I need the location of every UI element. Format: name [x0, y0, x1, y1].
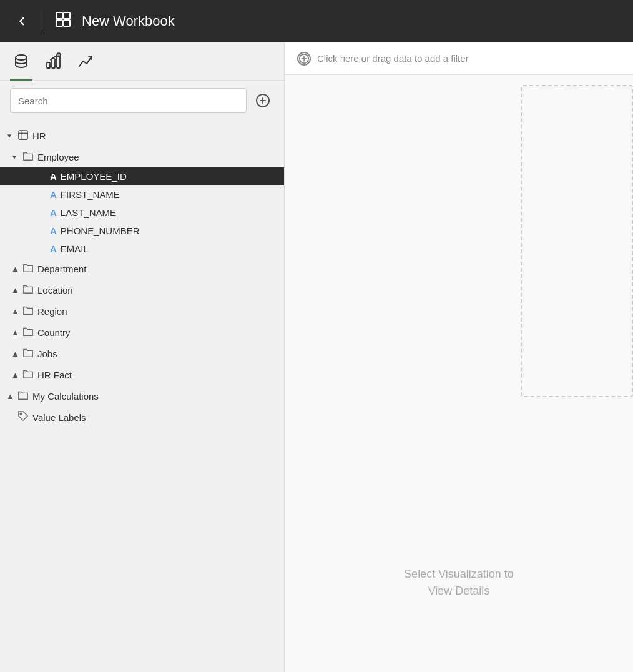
tree-node-value-labels[interactable]: Value Labels	[0, 407, 284, 428]
hr-label: HR	[32, 131, 279, 141]
field-type-icon-last-name: A	[50, 207, 57, 218]
svg-rect-1	[64, 12, 70, 19]
svg-line-9	[50, 56, 57, 60]
toolbar	[0, 42, 284, 81]
top-bar-divider	[44, 10, 44, 32]
chevron-country: ▶	[11, 328, 18, 337]
folder-icon-region	[22, 304, 34, 318]
back-button[interactable]	[10, 12, 34, 31]
right-panel: Click here or drag data to add a filter …	[285, 42, 633, 672]
email-label: EMAIL	[61, 244, 279, 254]
workbook-title: New Workbook	[82, 13, 175, 29]
chevron-my-calculations: ▶	[6, 392, 13, 400]
svg-rect-2	[56, 20, 62, 26]
folder-icon-department	[22, 262, 34, 275]
add-button[interactable]	[252, 89, 274, 112]
field-type-icon-phone-number: A	[50, 225, 57, 236]
svg-point-16	[20, 413, 22, 415]
value-labels-label: Value Labels	[32, 412, 279, 423]
top-bar: New Workbook	[0, 0, 633, 42]
tree-node-last-name[interactable]: A LAST_NAME	[0, 204, 284, 222]
chevron-location: ▶	[11, 285, 18, 294]
tab-trend-button[interactable]	[75, 50, 97, 72]
svg-point-8	[57, 53, 61, 57]
last-name-label: LAST_NAME	[61, 207, 279, 218]
filter-text: Click here or drag data to add a filter	[317, 53, 469, 64]
folder-icon-jobs	[22, 347, 34, 360]
svg-rect-6	[52, 59, 55, 68]
filter-add-icon	[297, 52, 311, 66]
schema-icon	[17, 129, 29, 142]
tree-node-hr-fact[interactable]: ▶ HR Fact	[0, 364, 284, 385]
folder-icon-my-calculations	[17, 389, 29, 403]
filter-bar[interactable]: Click here or drag data to add a filter	[285, 42, 633, 75]
chevron-region: ▶	[11, 307, 18, 315]
chevron-hr: ▼	[5, 132, 14, 139]
dashed-box	[521, 85, 633, 397]
data-tree: ▼ HR ▼ Employee	[0, 121, 284, 672]
left-panel: ▼ HR ▼ Employee	[0, 42, 285, 672]
region-label: Region	[37, 306, 279, 317]
chevron-employee: ▼	[10, 154, 19, 161]
field-type-icon-employee-id: A	[50, 171, 57, 182]
folder-icon-employee	[22, 150, 34, 164]
tree-node-employee-id[interactable]: A EMPLOYEE_ID	[0, 167, 284, 185]
department-label: Department	[37, 264, 279, 274]
svg-rect-5	[47, 62, 50, 68]
folder-icon-country	[22, 325, 34, 339]
workbook-icon	[54, 11, 72, 32]
tree-node-my-calculations[interactable]: ▶ My Calculations	[0, 385, 284, 407]
tag-icon-value-labels	[17, 410, 29, 424]
field-type-icon-email: A	[50, 244, 57, 254]
tree-node-email[interactable]: A EMAIL	[0, 240, 284, 258]
svg-point-4	[16, 55, 27, 60]
tree-node-country[interactable]: ▶ Country	[0, 322, 284, 343]
tab-data-button[interactable]	[10, 50, 32, 72]
employee-id-label: EMPLOYEE_ID	[61, 171, 279, 182]
jobs-label: Jobs	[37, 348, 279, 359]
tree-node-location[interactable]: ▶ Location	[0, 279, 284, 300]
viz-placeholder-text: Select Visualization toView Details	[404, 566, 514, 600]
chevron-department: ▶	[11, 264, 18, 273]
phone-number-label: PHONE_NUMBER	[61, 225, 279, 236]
tree-node-department[interactable]: ▶ Department	[0, 258, 284, 279]
tree-node-phone-number[interactable]: A PHONE_NUMBER	[0, 222, 284, 240]
svg-rect-0	[56, 12, 62, 19]
tree-node-jobs[interactable]: ▶ Jobs	[0, 343, 284, 364]
employee-label: Employee	[37, 152, 279, 162]
chevron-jobs: ▶	[11, 349, 18, 358]
chevron-hr-fact: ▶	[11, 370, 18, 379]
folder-icon-location	[22, 283, 34, 297]
first-name-label: FIRST_NAME	[61, 189, 279, 200]
svg-rect-13	[19, 131, 27, 139]
tree-node-hr[interactable]: ▼ HR	[0, 126, 284, 146]
search-area	[0, 81, 284, 121]
hr-fact-label: HR Fact	[37, 370, 279, 380]
country-label: Country	[37, 327, 279, 338]
tree-node-region[interactable]: ▶ Region	[0, 300, 284, 322]
location-label: Location	[37, 285, 279, 295]
tree-node-employee[interactable]: ▼ Employee	[0, 146, 284, 167]
my-calculations-label: My Calculations	[32, 391, 279, 402]
tab-analytics-button[interactable]	[42, 50, 65, 72]
search-input[interactable]	[10, 88, 247, 113]
main-layout: ▼ HR ▼ Employee	[0, 42, 633, 672]
canvas-area: Select Visualization toView Details	[285, 75, 633, 672]
svg-rect-3	[64, 20, 70, 26]
field-type-icon-first-name: A	[50, 189, 57, 200]
folder-icon-hr-fact	[22, 368, 34, 382]
tree-node-first-name[interactable]: A FIRST_NAME	[0, 185, 284, 204]
